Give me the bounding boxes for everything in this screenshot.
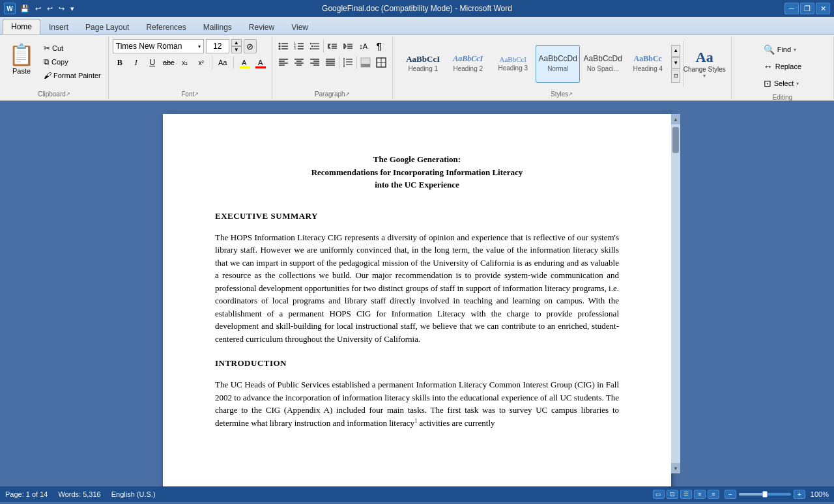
font-color-button[interactable]: A .	[253, 55, 268, 70]
font-name-selector[interactable]: Times New Roman ▾	[113, 39, 204, 53]
word-app-icon: W	[4, 3, 16, 14]
quick-access-toolbar: 💾 ↩ ↩ ↪ ▾	[18, 3, 76, 14]
svg-point-2	[278, 46, 280, 48]
tab-insert[interactable]: Insert	[40, 19, 77, 35]
change-styles-label: Change Styles	[683, 66, 726, 73]
multilevel-list-btn[interactable]	[308, 39, 322, 53]
style-heading3[interactable]: AaBbCcI Heading 3	[491, 45, 535, 83]
increase-indent-btn[interactable]	[341, 39, 355, 53]
tab-view[interactable]: View	[283, 19, 317, 35]
styles-scroll-up[interactable]: ▲	[671, 45, 680, 57]
style-heading3-label: Heading 3	[498, 64, 528, 72]
title-bar-left: W 💾 ↩ ↩ ↪ ▾	[4, 3, 76, 14]
styles-gallery: AaBbCcI Heading 1 AaBbCcI Heading 2 AaBb…	[401, 45, 670, 83]
highlight-button[interactable]: A .	[237, 55, 252, 70]
paragraph-group-content: 1.2.3. ↕A ¶	[275, 38, 390, 89]
show-hide-btn[interactable]: ¶	[372, 39, 386, 53]
cut-icon: ✂	[44, 44, 50, 53]
print-layout-view-btn[interactable]: ▭	[653, 490, 665, 499]
quick-access-dropdown[interactable]: ▾	[68, 3, 76, 14]
ribbon-content: 📋 Paste ✂ Cut ⧉ Copy 🖌 Format Painter	[0, 35, 834, 100]
scroll-track	[671, 124, 680, 463]
paste-button[interactable]: 📋 Paste	[4, 39, 39, 78]
paragraph-group: 1.2.3. ↕A ¶	[272, 36, 393, 99]
clipboard-dialog-launcher[interactable]: ↗	[66, 91, 70, 97]
find-button[interactable]: 🔍 Find ▾	[759, 42, 801, 57]
font-size-box[interactable]: 12	[206, 39, 229, 53]
select-button[interactable]: ⊡ Select ▾	[759, 76, 804, 91]
strikethrough-button[interactable]: abc	[162, 55, 176, 70]
vertical-scrollbar[interactable]: ▲ ▼	[671, 114, 680, 473]
tab-home[interactable]: Home	[3, 19, 40, 35]
outline-view-btn[interactable]: ≡	[694, 490, 706, 499]
tab-page-layout[interactable]: Page Layout	[77, 19, 137, 35]
undo-quick-btn2[interactable]: ↩	[45, 3, 55, 14]
style-normal[interactable]: AaBbCcDd Normal	[536, 45, 580, 83]
styles-dialog-launcher[interactable]: ↗	[568, 91, 573, 97]
font-group: Times New Roman ▾ 12 ▲ ▼ ⊘ B I U abc x₂	[109, 36, 272, 99]
draft-view-btn[interactable]: ≡	[708, 490, 719, 499]
decrease-indent-btn[interactable]	[325, 39, 339, 53]
scroll-down-btn[interactable]: ▼	[671, 463, 680, 473]
borders-btn[interactable]	[374, 55, 388, 70]
align-left-btn[interactable]	[276, 55, 291, 70]
web-layout-view-btn[interactable]: ☰	[680, 490, 692, 499]
style-heading2[interactable]: AaBbCcI Heading 2	[446, 45, 490, 83]
shading-btn[interactable]	[358, 55, 373, 70]
copy-button[interactable]: ⧉ Copy	[40, 55, 104, 68]
bullet-list-btn[interactable]	[276, 39, 291, 53]
change-styles-button[interactable]: Aa Change Styles ▾	[686, 46, 723, 82]
para-row1: 1.2.3. ↕A ¶	[276, 39, 386, 53]
increase-font-size-btn[interactable]: ▲	[231, 39, 242, 46]
subscript-button[interactable]: x₂	[178, 55, 192, 70]
style-heading1[interactable]: AaBbCcI Heading 1	[401, 45, 445, 83]
format-painter-button[interactable]: 🖌 Format Painter	[40, 69, 104, 82]
full-screen-view-btn[interactable]: ⊡	[667, 490, 678, 499]
paste-label: Paste	[12, 67, 31, 75]
tab-mailings[interactable]: Mailings	[195, 19, 240, 35]
minimize-btn[interactable]: ─	[784, 3, 799, 14]
scroll-thumb[interactable]	[672, 127, 679, 153]
sort-btn[interactable]: ↕A	[356, 39, 371, 53]
paragraph-dialog-launcher[interactable]: ↗	[345, 91, 350, 97]
superscript-button[interactable]: x²	[194, 55, 208, 70]
editing-group-label: Editing	[734, 92, 831, 101]
align-center-btn[interactable]	[292, 55, 306, 70]
tab-references[interactable]: References	[137, 19, 194, 35]
redo-quick-btn[interactable]: ↪	[57, 3, 66, 14]
line-spacing-btn[interactable]	[341, 55, 355, 70]
zoom-out-btn[interactable]: −	[725, 490, 736, 499]
zoom-level: 100%	[811, 490, 829, 498]
underline-button[interactable]: U	[145, 55, 160, 70]
paragraph-introduction: The UC Heads of Public Services establis…	[215, 378, 619, 429]
decrease-font-size-btn[interactable]: ▼	[231, 46, 242, 53]
style-no-spacing[interactable]: AaBbCcDd No Spaci...	[581, 45, 625, 83]
numbered-list-btn[interactable]: 1.2.3.	[292, 39, 306, 53]
change-case-button[interactable]: Aa	[216, 55, 230, 70]
styles-scroll-down[interactable]: ▼	[671, 57, 680, 69]
view-buttons: ▭ ⊡ ☰ ≡ ≡	[653, 490, 719, 499]
styles-expand[interactable]: ⊡	[671, 70, 680, 83]
italic-button[interactable]: I	[129, 55, 143, 70]
document-page[interactable]: The Google Generation: Recommendations f…	[163, 114, 671, 486]
undo-quick-btn[interactable]: ↩	[33, 3, 43, 14]
justify-btn[interactable]	[323, 55, 338, 70]
clear-formatting-btn[interactable]: ⊘	[244, 39, 257, 53]
clipboard-group: 📋 Paste ✂ Cut ⧉ Copy 🖌 Format Painter	[0, 36, 109, 99]
align-right-btn[interactable]	[308, 55, 322, 70]
replace-button[interactable]: ↔ Replace	[759, 59, 806, 74]
tab-review[interactable]: Review	[240, 19, 283, 35]
save-quick-btn[interactable]: 💾	[18, 3, 31, 14]
cut-button[interactable]: ✂ Cut	[40, 42, 104, 55]
close-btn[interactable]: ✕	[816, 3, 830, 14]
zoom-slider[interactable]	[739, 493, 791, 496]
bold-button[interactable]: B	[113, 55, 127, 70]
restore-btn[interactable]: ❐	[800, 3, 814, 14]
font-dialog-launcher[interactable]: ↗	[194, 91, 199, 97]
svg-text:3.: 3.	[294, 46, 296, 50]
zoom-in-btn[interactable]: +	[794, 490, 805, 499]
style-heading4[interactable]: AaBbCc Heading 4	[626, 45, 670, 83]
scroll-up-btn[interactable]: ▲	[671, 114, 680, 124]
select-label: Select	[774, 79, 794, 87]
replace-icon: ↔	[764, 61, 773, 72]
